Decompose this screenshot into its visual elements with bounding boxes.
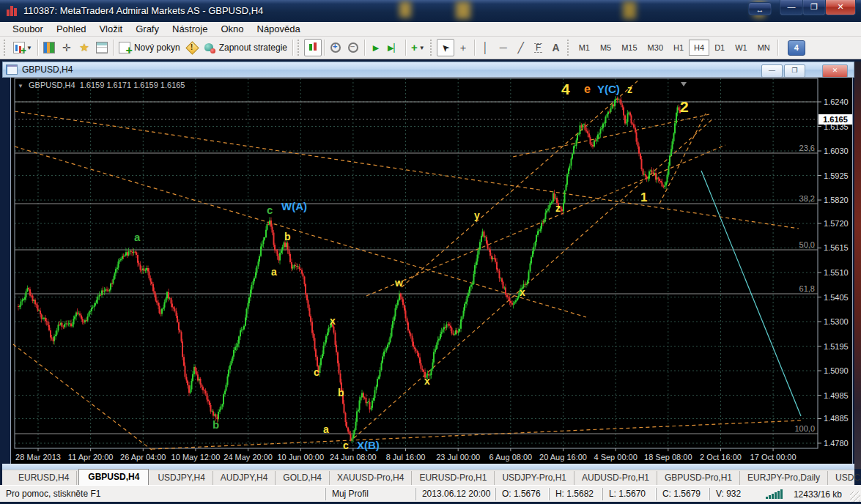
date-axis-label: 8 Jul 16:00 [386,453,426,462]
wave-label-x[interactable]: x [520,286,525,298]
wave-label-w[interactable]: w [394,277,403,289]
trendline[interactable] [402,79,640,287]
wave-label-yc[interactable]: Y(C) [597,83,620,95]
chart-shift-marker [681,82,687,86]
wave-label-e[interactable]: e [584,83,591,95]
wave-label-2[interactable]: 2 [680,98,689,115]
date-axis-label: 20 Aug 16:00 [539,453,587,462]
fibonacci-level-label: 100,0 [794,424,815,433]
date-axis-label: 2 Oct 16:00 [700,453,742,462]
date-axis-label: 18 Sep 08:00 [644,453,692,462]
ohlc-open: 1.6159 [80,81,105,89]
wave-label-1[interactable]: 1 [640,190,647,204]
price-axis-label: 1.4985 [824,391,849,400]
price-axis-label: 1.5720 [824,219,849,228]
date-axis-label: 26 Apr 04:00 [120,453,166,462]
ohlc-readout: ▼ GBPUSD,H4 1.6159 1.6171 1.6159 1.6165 [18,81,185,89]
wave-label-z[interactable]: z [627,84,632,95]
trendline[interactable] [354,119,713,438]
date-axis-label: 28 Mar 2013 [15,453,61,462]
wave-label-c[interactable]: c [314,366,319,378]
wave-label-a[interactable]: a [323,423,329,435]
date-axis-label: 4 Sep 00:00 [594,453,637,462]
candles-down-bodies [18,98,680,440]
trendline[interactable] [659,114,706,204]
price-axis-label: 1.5090 [824,366,849,375]
date-axis-label: 10 May 12:00 [171,453,221,462]
date-axis-label: 10 Jun 00:00 [277,453,324,462]
date-axis-label: 24 Jun 08:00 [330,453,377,462]
candles-up-wicks [20,96,678,443]
price-axis-label: 1.6240 [824,97,849,106]
mt4-window: 110387: MetaTrader4 Admiral Markets AS -… [0,0,861,504]
plot-border [15,78,818,448]
trendline[interactable] [15,111,799,229]
date-axis-label: 23 Jul 00:00 [436,453,480,462]
date-axis-label: 11 Apr 20:00 [68,453,114,462]
price-axis-label: 1.5820 [824,196,849,204]
wave-label-x[interactable]: x [424,375,430,387]
wave-label-z[interactable]: z [555,202,561,214]
wave-label-xb[interactable]: X(B) [357,439,380,451]
price-axis-label: 1.5615 [824,243,849,252]
date-axis-label: 24 May 20:00 [223,453,273,462]
trendline[interactable] [152,420,801,449]
wave-label-a[interactable]: a [134,231,141,243]
wave-label-a[interactable]: a [271,266,277,278]
trendline[interactable] [513,114,709,157]
fibonacci-level-label: 50,0 [799,240,815,249]
price-axis-label: 1.6030 [824,147,849,155]
fibonacci-level-label: 61,8 [799,284,815,293]
wave-label-c[interactable]: c [343,440,349,451]
ohlc-high: 1.6171 [106,81,131,89]
date-axis-label: 6 Aug 08:00 [489,453,532,462]
price-axis-label: 1.4780 [824,439,849,448]
price-axis-label: 1.4885 [824,414,849,423]
trendline[interactable] [366,145,725,296]
price-axis-label: 1.5195 [824,342,849,351]
ohlc-close: 1.6165 [160,81,185,89]
price-axis-label: 1.5925 [824,171,849,180]
fibonacci-level-label: 38,2 [799,194,815,203]
wave-label-wa[interactable]: W(A) [281,200,307,212]
wave-label-y[interactable]: y [474,210,480,221]
wave-label-4[interactable]: 4 [561,81,570,97]
ohlc-symbol: GBPUSD,H4 [29,81,75,89]
ohlc-low: 1.6159 [133,81,158,89]
chart-canvas[interactable]: 1.62401.61351.60301.59251.58201.57201.56… [0,0,861,504]
wave-label-x[interactable]: x [330,315,336,327]
price-axis-label: 1.5510 [824,268,849,277]
current-price-tag: 1.6165 [818,114,852,125]
wave-label-b[interactable]: b [213,418,219,431]
price-axis-label: 1.5300 [824,317,849,326]
fibonacci-level-label: 23,6 [799,144,815,152]
wave-label-c[interactable]: c [267,204,273,216]
wave-label-b[interactable]: b [338,387,344,399]
date-axis-label: 17 Oct 00:00 [750,453,797,462]
wave-label-b[interactable]: b [284,231,291,242]
dropdown-triangle-icon: ▼ [18,83,23,89]
price-axis-label: 1.5405 [824,293,849,302]
